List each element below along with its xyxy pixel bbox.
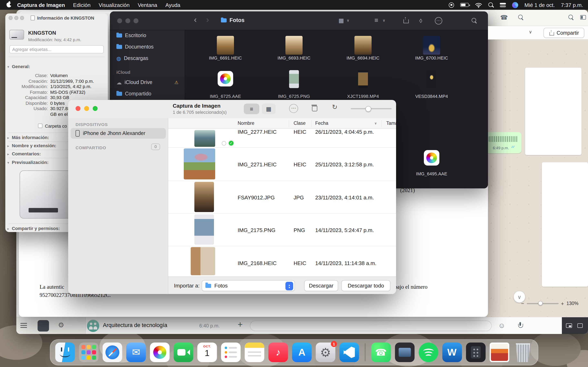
zoom-button[interactable] [20, 16, 24, 20]
chevron-down-icon[interactable]: ∨ [529, 29, 532, 35]
shared-document-preview[interactable] [525, 68, 581, 155]
column-header-nombre[interactable]: Nombre [238, 121, 254, 125]
dock-music-icon[interactable]: ♪ [268, 342, 288, 362]
shared-folder-checkbox[interactable] [38, 124, 43, 128]
file-name[interactable]: IMG_2168.HEIC [238, 260, 277, 266]
row-thumbnail[interactable] [191, 247, 215, 275]
back-icon[interactable]: ‹ [194, 15, 197, 25]
section-nombre-extension[interactable]: Nombre y extensión: [12, 143, 56, 148]
dock-vscode-icon[interactable] [339, 342, 359, 362]
dock-dark-preview-icon[interactable] [395, 342, 415, 362]
chat-item-avatar[interactable] [87, 320, 99, 332]
chevron-down-icon[interactable]: ∨ [383, 18, 385, 22]
more-actions-icon[interactable]: ⋯ [289, 104, 298, 113]
file-name[interactable]: IMG_6700.HEIC [401, 55, 462, 60]
disclosure-triangle-icon[interactable]: ▾ [7, 65, 9, 69]
file-name[interactable]: IMG_2271.HEIC [238, 161, 277, 167]
file-name[interactable]: IMG_6693.HEIC [263, 55, 325, 60]
zoom-level[interactable]: 130% [566, 301, 579, 306]
minimize-button[interactable] [125, 18, 130, 23]
fullscreen-icon[interactable] [577, 323, 583, 328]
menu-hamburger-icon[interactable] [20, 323, 27, 328]
search-icon[interactable] [472, 18, 477, 23]
file-name[interactable]: IMG_6725.AAE [195, 94, 256, 99]
file-name[interactable]: XJCT1998.MP4 [332, 94, 394, 99]
column-divider[interactable] [311, 120, 311, 127]
disclosure-triangle-icon[interactable]: ▸ [7, 144, 9, 148]
disclosure-triangle-icon[interactable]: ▾ [7, 161, 9, 165]
device-row-iphone[interactable]: iPhone de Jhonn Alexander [71, 128, 166, 139]
download-button[interactable]: Descargar [304, 280, 338, 291]
file-thumbnail[interactable] [423, 36, 440, 55]
menu-bar-date[interactable]: Mié 1 de oct. [525, 2, 555, 8]
chat-item-name[interactable]: Arquitectura de tecnología [103, 322, 167, 328]
column-header-fecha[interactable]: Fecha [315, 121, 328, 125]
dock-word-icon[interactable]: W [442, 342, 462, 362]
file-name[interactable]: IMG_2175.PNG [238, 227, 276, 233]
dock-reminders-icon[interactable] [221, 342, 241, 362]
mic-icon[interactable] [518, 322, 523, 329]
control-center-icon[interactable] [500, 3, 506, 7]
close-button[interactable] [76, 106, 80, 111]
dock-spotify-icon[interactable] [419, 342, 438, 362]
menu-ventana[interactable]: Ventana [134, 2, 161, 8]
file-name[interactable]: IMG_6725.PNG [263, 94, 325, 99]
sidebar-item-documentos[interactable]: Documentos [114, 42, 181, 51]
dock-finder-icon[interactable] [55, 342, 75, 362]
chat-search-icon[interactable] [518, 15, 523, 20]
video-thumbnail[interactable] [427, 70, 437, 88]
disclosure-triangle-icon[interactable]: ▸ [7, 227, 9, 231]
column-divider[interactable] [289, 120, 289, 127]
row-thumbnail[interactable] [194, 215, 214, 245]
dock-safari-icon[interactable] [103, 342, 122, 362]
dock-calendar-icon[interactable]: OCT. 1 [198, 342, 217, 362]
voice-message-bubble[interactable]: 6:49 p.m. ✓✓ [485, 132, 521, 153]
column-divider[interactable] [381, 120, 382, 127]
dock-dark-utility-icon[interactable] [466, 342, 485, 362]
disclosure-triangle-icon[interactable]: ▸ [7, 152, 9, 156]
menu-edicion[interactable]: Edición [69, 2, 95, 8]
video-thumbnail[interactable] [358, 70, 368, 88]
trash-icon[interactable] [311, 104, 317, 110]
menu-bar-time[interactable]: 7:37 p.m. [561, 2, 583, 8]
dock-notes-icon[interactable] [245, 342, 264, 362]
file-name[interactable]: VESD3844.MP4 [401, 94, 462, 99]
dock-appstore-icon[interactable]: A [292, 342, 312, 362]
file-name[interactable]: IMG_6691.HEIC [195, 55, 256, 60]
user-avatar-icon[interactable] [512, 2, 518, 8]
dock-poster-document-icon[interactable] [490, 342, 509, 362]
slider-knob[interactable] [365, 106, 371, 111]
section-comentarios[interactable]: Comentarios: [12, 151, 41, 156]
section-compartir-permisos[interactable]: Compartir y permisos: [12, 226, 60, 231]
sidebar-toggle-icon[interactable] [580, 15, 586, 20]
column-header-tamano[interactable]: Tama [386, 121, 396, 125]
file-name[interactable]: IMG_2277.HEIC [238, 129, 277, 135]
more-actions-icon[interactable]: ⋯ [435, 17, 442, 25]
file-name[interactable]: IMG_6694.HEIC [332, 55, 394, 60]
zoom-button[interactable] [134, 18, 138, 23]
file-thumbnail[interactable] [285, 36, 303, 55]
row-thumbnail[interactable] [184, 149, 215, 179]
column-header-clase[interactable]: Clase [294, 121, 306, 125]
row-thumbnail[interactable] [194, 130, 215, 147]
zoom-slider-knob[interactable] [538, 301, 543, 305]
settings-gear-icon[interactable]: ⚙ [58, 321, 64, 329]
spotlight-search-icon[interactable] [489, 2, 494, 8]
menu-app-name[interactable]: Captura de Imagen [13, 2, 69, 8]
menu-ayuda[interactable]: Ayuda [161, 2, 184, 8]
close-button[interactable] [117, 18, 122, 23]
minimize-button[interactable] [84, 106, 89, 111]
record-indicator-icon[interactable] [449, 2, 454, 8]
call-phone-icon[interactable]: ☎ [500, 14, 508, 21]
apple-menu-icon[interactable] [7, 2, 11, 7]
menu-visualizacion[interactable]: Visualización [95, 2, 134, 8]
dock-launchpad-icon[interactable] [79, 342, 99, 362]
dock-settings-icon[interactable]: ⚙ 1 [316, 342, 336, 362]
file-thumbnail[interactable] [217, 36, 234, 55]
sidebar-item-icloud-drive[interactable]: ☁ iCloud Drive ⚠ [114, 78, 181, 87]
file-name[interactable]: FSAY9012.JPG [238, 194, 275, 201]
share-icon[interactable] [403, 17, 408, 23]
list-view-icon[interactable]: ≡ [374, 17, 378, 24]
sidebar-item-descargas[interactable]: ◍ Descargas [114, 54, 181, 63]
close-button[interactable] [9, 16, 13, 20]
